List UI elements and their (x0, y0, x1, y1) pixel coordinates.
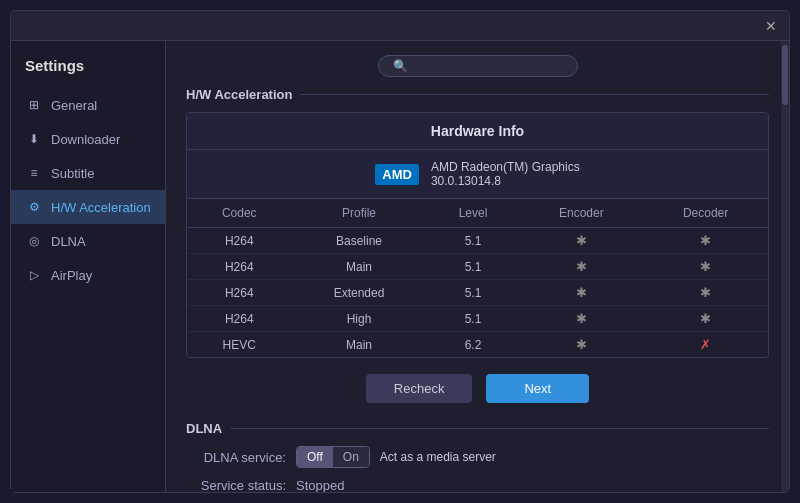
gpu-info: AMD Radeon(TM) Graphics 30.0.13014.8 (431, 160, 580, 188)
cell-level: 6.2 (427, 332, 520, 358)
close-button[interactable]: ✕ (763, 18, 779, 34)
cell-decoder: ✱ (643, 228, 768, 254)
cell-encoder: ✱ (520, 254, 644, 280)
service-status-value: Stopped (296, 478, 344, 492)
dlna-service-row: DLNA service: Off On Act as a media serv… (186, 446, 769, 468)
settings-window: ✕ Settings ⊞ General ⬇ Downloader ≡ Subt… (10, 10, 790, 493)
sidebar-item-hw-acceleration[interactable]: ⚙ H/W Acceleration (11, 190, 165, 224)
sidebar-title: Settings (11, 51, 165, 88)
cell-level: 5.1 (427, 280, 520, 306)
general-icon: ⊞ (25, 96, 43, 114)
col-level: Level (427, 199, 520, 228)
cell-level: 5.1 (427, 254, 520, 280)
amd-logo: AMD (375, 164, 419, 185)
cell-encoder: ✱ (520, 306, 644, 332)
cell-level: 5.1 (427, 306, 520, 332)
airplay-icon: ▷ (25, 266, 43, 284)
sidebar-item-dlna[interactable]: ◎ DLNA (11, 224, 165, 258)
next-button[interactable]: Next (486, 374, 589, 403)
col-encoder: Encoder (520, 199, 644, 228)
cell-profile: Main (291, 254, 426, 280)
sidebar-item-subtitle[interactable]: ≡ Subtitle (11, 156, 165, 190)
cell-encoder: ✱ (520, 280, 644, 306)
cell-codec: H264 (187, 254, 291, 280)
titlebar: ✕ (11, 11, 789, 41)
search-bar-area (186, 55, 769, 77)
hw-acceleration-section-title: H/W Acceleration (186, 87, 769, 102)
table-header-row: Codec Profile Level Encoder Decoder (187, 199, 768, 228)
gpu-name: AMD Radeon(TM) Graphics (431, 160, 580, 174)
cell-profile: Extended (291, 280, 426, 306)
col-codec: Codec (187, 199, 291, 228)
sidebar-label-downloader: Downloader (51, 132, 120, 147)
cell-codec: H264 (187, 280, 291, 306)
dlna-off-button[interactable]: Off (297, 447, 333, 467)
cell-decoder: ✗ (643, 332, 768, 358)
hw-table-title: Hardware Info (187, 113, 768, 150)
hw-icon: ⚙ (25, 198, 43, 216)
gpu-version: 30.0.13014.8 (431, 174, 580, 188)
downloader-icon: ⬇ (25, 130, 43, 148)
cell-profile: Main (291, 332, 426, 358)
main-content: Settings ⊞ General ⬇ Downloader ≡ Subtit… (11, 41, 789, 492)
cell-profile: High (291, 306, 426, 332)
dlna-service-label: DLNA service: (186, 450, 286, 465)
btn-row: Recheck Next (186, 374, 769, 403)
dlna-icon: ◎ (25, 232, 43, 250)
cell-encoder: ✱ (520, 332, 644, 358)
col-decoder: Decoder (643, 199, 768, 228)
cell-decoder: ✱ (643, 306, 768, 332)
content-area: H/W Acceleration Hardware Info AMD AMD R… (166, 41, 789, 492)
search-input[interactable] (378, 55, 578, 77)
dlna-section: DLNA service: Off On Act as a media serv… (186, 446, 769, 492)
sidebar-label-general: General (51, 98, 97, 113)
gpu-info-row: AMD AMD Radeon(TM) Graphics 30.0.13014.8 (187, 150, 768, 199)
cell-codec: H264 (187, 306, 291, 332)
scrollbar[interactable] (781, 41, 789, 492)
cell-decoder: ✱ (643, 280, 768, 306)
dlna-on-button[interactable]: On (333, 447, 369, 467)
sidebar-label-hw: H/W Acceleration (51, 200, 151, 215)
col-profile: Profile (291, 199, 426, 228)
cell-decoder: ✱ (643, 254, 768, 280)
sidebar-item-downloader[interactable]: ⬇ Downloader (11, 122, 165, 156)
table-row: H264 Baseline 5.1 ✱ ✱ (187, 228, 768, 254)
cell-codec: HEVC (187, 332, 291, 358)
cell-encoder: ✱ (520, 228, 644, 254)
cell-codec: H264 (187, 228, 291, 254)
table-row: H264 Extended 5.1 ✱ ✱ (187, 280, 768, 306)
hw-table-container: Hardware Info AMD AMD Radeon(TM) Graphic… (186, 112, 769, 358)
dlna-section-title: DLNA (186, 421, 769, 436)
sidebar-item-airplay[interactable]: ▷ AirPlay (11, 258, 165, 292)
service-status-label: Service status: (186, 478, 286, 492)
hw-table: Codec Profile Level Encoder Decoder H264… (187, 199, 768, 357)
table-row: HEVC Main 6.2 ✱ ✗ (187, 332, 768, 358)
table-row: H264 High 5.1 ✱ ✱ (187, 306, 768, 332)
cell-level: 5.1 (427, 228, 520, 254)
recheck-button[interactable]: Recheck (366, 374, 473, 403)
dlna-service-toggle: Off On (296, 446, 370, 468)
subtitle-icon: ≡ (25, 164, 43, 182)
sidebar-label-airplay: AirPlay (51, 268, 92, 283)
amd-logo-box: AMD (375, 164, 419, 185)
sidebar: Settings ⊞ General ⬇ Downloader ≡ Subtit… (11, 41, 166, 492)
service-status-row: Service status: Stopped (186, 478, 769, 492)
cell-profile: Baseline (291, 228, 426, 254)
dlna-service-desc: Act as a media server (380, 450, 496, 464)
sidebar-item-general[interactable]: ⊞ General (11, 88, 165, 122)
sidebar-label-subtitle: Subtitle (51, 166, 94, 181)
table-row: H264 Main 5.1 ✱ ✱ (187, 254, 768, 280)
sidebar-label-dlna: DLNA (51, 234, 86, 249)
scrollbar-thumb (782, 45, 788, 105)
